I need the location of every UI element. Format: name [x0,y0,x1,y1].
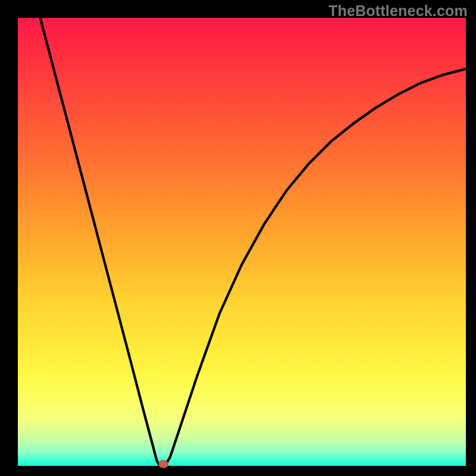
chart-frame: TheBottleneck.com [0,0,476,476]
curve-left [40,18,159,465]
plot-area [18,18,466,466]
curve-right [166,69,466,465]
curve-layer [18,18,466,466]
watermark-text: TheBottleneck.com [328,2,468,20]
marker-dot [159,461,168,468]
